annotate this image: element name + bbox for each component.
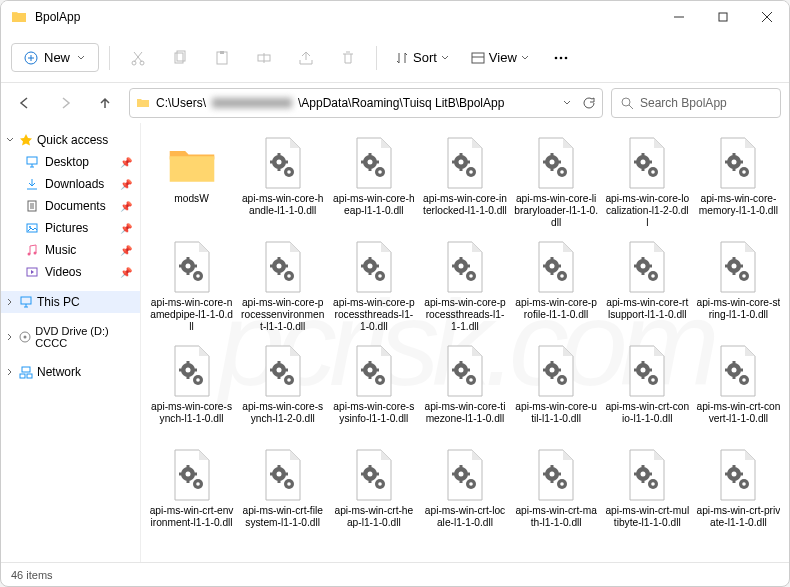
file-item[interactable]: api-ms-win-core-processthreads-l1-1-0.dl… [329,235,418,337]
forward-button[interactable] [49,87,81,119]
sort-button[interactable]: Sort [387,44,457,71]
pictures-icon [25,221,39,235]
file-item[interactable]: api-ms-win-core-namedpipe-l1-1-0.dll [147,235,236,337]
plus-icon [24,51,38,65]
videos-icon [25,265,39,279]
view-icon [471,51,485,65]
dll-icon [260,344,306,398]
file-item[interactable]: api-ms-win-core-string-l1-1-0.dll [694,235,783,337]
paste-button[interactable] [204,40,240,76]
file-label: api-ms-win-crt-heap-l1-1-0.dll [332,505,416,541]
more-icon [553,50,569,66]
file-item[interactable]: api-ms-win-core-processthreads-l1-1-1.dl… [420,235,509,337]
dll-icon [624,240,670,294]
sidebar-item-label: Downloads [45,177,104,191]
file-item[interactable]: api-ms-win-core-synch-l1-2-0.dll [238,339,327,441]
cut-button[interactable] [120,40,156,76]
sidebar-item-desktop[interactable]: Desktop📌 [1,151,140,173]
network-label: Network [37,365,81,379]
desktop-icon [25,155,39,169]
dll-icon [442,344,488,398]
content-area[interactable]: pcrisk.com modsWapi-ms-win-core-handle-l… [141,123,789,562]
chevron-down-icon[interactable] [562,98,572,108]
dvd-drive[interactable]: DVD Drive (D:) CCCC [1,321,140,353]
file-item[interactable]: api-ms-win-core-util-l1-1-0.dll [512,339,601,441]
pin-icon: 📌 [120,267,132,278]
file-item[interactable]: api-ms-win-crt-conio-l1-1-0.dll [603,339,692,441]
dll-icon [260,448,306,502]
file-item[interactable]: api-ms-win-core-heap-l1-1-0.dll [329,131,418,233]
dll-icon [533,240,579,294]
new-button[interactable]: New [11,43,99,72]
file-item[interactable]: api-ms-win-core-interlocked-l1-1-0.dll [420,131,509,233]
file-item[interactable]: api-ms-win-core-timezone-l1-1-0.dll [420,339,509,441]
sidebar-item-music[interactable]: Music📌 [1,239,140,261]
file-item[interactable]: api-ms-win-crt-environment-l1-1-0.dll [147,443,236,545]
dvd-label: DVD Drive (D:) CCCC [35,325,136,349]
delete-button[interactable] [330,40,366,76]
file-item[interactable]: api-ms-win-core-memory-l1-1-0.dll [694,131,783,233]
file-label: api-ms-win-crt-locale-l1-1-0.dll [423,505,507,541]
sidebar-item-label: Desktop [45,155,89,169]
svg-rect-9 [472,53,484,63]
rename-button[interactable] [246,40,282,76]
svg-rect-7 [220,51,224,54]
sidebar-item-pictures[interactable]: Pictures📌 [1,217,140,239]
sidebar-item-videos[interactable]: Videos📌 [1,261,140,283]
folder-icon [168,139,216,187]
file-item[interactable]: api-ms-win-crt-private-l1-1-0.dll [694,443,783,545]
refresh-icon[interactable] [582,96,596,110]
file-item[interactable]: api-ms-win-core-synch-l1-1-0.dll [147,339,236,441]
dll-icon [533,448,579,502]
svg-rect-0 [719,13,727,21]
file-item[interactable]: api-ms-win-core-localization-l1-2-0.dll [603,131,692,233]
file-item[interactable]: api-ms-win-crt-heap-l1-1-0.dll [329,443,418,545]
file-item[interactable]: api-ms-win-core-libraryloader-l1-1-0.dll [512,131,601,233]
sidebar-item-downloads[interactable]: Downloads📌 [1,173,140,195]
close-button[interactable] [745,1,789,33]
file-label: api-ms-win-crt-multibyte-l1-1-0.dll [605,505,689,541]
dll-icon [169,344,215,398]
downloads-icon [25,177,39,191]
view-button[interactable]: View [463,44,537,71]
dll-icon [715,136,761,190]
more-button[interactable] [543,40,579,76]
file-item[interactable]: api-ms-win-crt-locale-l1-1-0.dll [420,443,509,545]
file-label: api-ms-win-core-synch-l1-2-0.dll [241,401,325,437]
minimize-button[interactable] [657,1,701,33]
maximize-button[interactable] [701,1,745,33]
sort-icon [395,51,409,65]
svg-rect-21 [21,297,31,304]
network-header[interactable]: Network [1,361,140,383]
file-item[interactable]: api-ms-win-crt-multibyte-l1-1-0.dll [603,443,692,545]
file-label: api-ms-win-crt-convert-l1-1-0.dll [696,401,780,437]
file-item[interactable]: api-ms-win-core-handle-l1-1-0.dll [238,131,327,233]
address-input[interactable]: C:\Users\\AppData\Roaming\Tuisq LitB\Bpo… [129,88,603,118]
file-item[interactable]: api-ms-win-crt-convert-l1-1-0.dll [694,339,783,441]
file-item[interactable]: api-ms-win-core-profile-l1-1-0.dll [512,235,601,337]
folder-item[interactable]: modsW [147,131,236,233]
file-label: api-ms-win-crt-filesystem-l1-1-0.dll [241,505,325,541]
quick-access-header[interactable]: Quick access [1,129,140,151]
file-item[interactable]: api-ms-win-core-sysinfo-l1-1-0.dll [329,339,418,441]
sidebar-item-documents[interactable]: Documents📌 [1,195,140,217]
file-label: api-ms-win-core-synch-l1-1-0.dll [150,401,234,437]
dll-icon [533,136,579,190]
file-item[interactable]: api-ms-win-core-processenvironment-l1-1-… [238,235,327,337]
file-label: api-ms-win-core-processthreads-l1-1-1.dl… [423,297,507,333]
cut-icon [130,50,146,66]
file-label: api-ms-win-core-string-l1-1-0.dll [696,297,780,333]
copy-button[interactable] [162,40,198,76]
search-input[interactable]: Search BpolApp [611,88,781,118]
file-item[interactable]: api-ms-win-crt-filesystem-l1-1-0.dll [238,443,327,545]
up-button[interactable] [89,87,121,119]
file-item[interactable]: api-ms-win-core-rtlsupport-l1-1-0.dll [603,235,692,337]
file-item[interactable]: api-ms-win-crt-math-l1-1-0.dll [512,443,601,545]
share-button[interactable] [288,40,324,76]
svg-rect-25 [20,374,25,378]
file-label: api-ms-win-core-processthreads-l1-1-0.dl… [332,297,416,333]
back-button[interactable] [9,87,41,119]
item-count: 46 items [11,569,53,581]
file-label: api-ms-win-core-interlocked-l1-1-0.dll [423,193,507,229]
this-pc-header[interactable]: This PC [1,291,140,313]
